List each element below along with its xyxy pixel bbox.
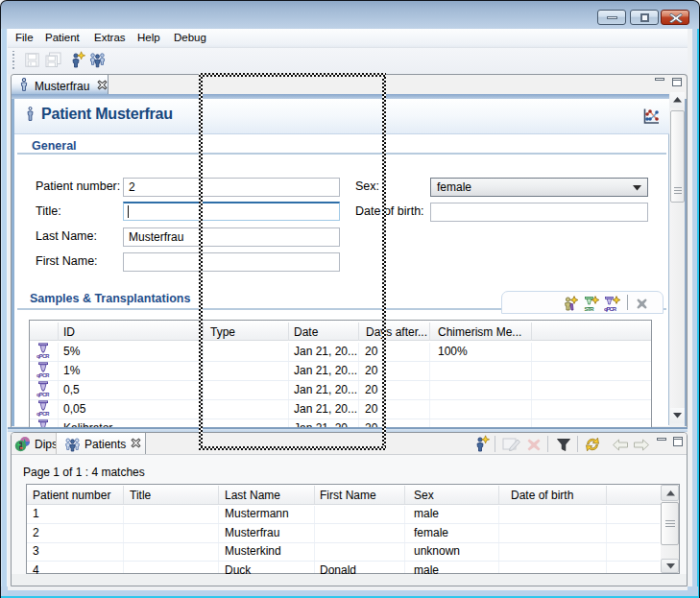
svg-text:STR: STR: [585, 306, 595, 312]
svg-text:qPCR: qPCR: [36, 353, 50, 359]
svg-text:qPCR: qPCR: [36, 411, 50, 417]
svg-text:qPCR: qPCR: [604, 306, 617, 312]
svg-text:qPCR: qPCR: [36, 372, 50, 378]
svg-text:qPCR: qPCR: [36, 392, 50, 397]
